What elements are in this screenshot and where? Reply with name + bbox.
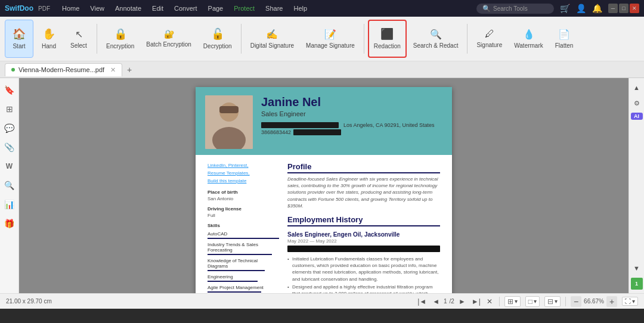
menu-view[interactable]: View [90, 5, 104, 12]
fullscreen-dropdown[interactable]: ⛶ ▾ [622, 297, 638, 306]
skill-bar-1 [208, 238, 279, 239]
zoom-out-button[interactable]: − [571, 296, 581, 307]
search-icon: 🔍 [482, 5, 491, 13]
tool-start-label: Start [13, 43, 25, 50]
sidebar-pages-icon[interactable]: ⊞ [2, 102, 17, 116]
minimize-button[interactable]: ─ [608, 4, 618, 13]
tool-flatten[interactable]: 📄 Flatten [550, 20, 579, 58]
select-icon: ↖ [75, 29, 83, 40]
menu-page[interactable]: Page [208, 5, 224, 12]
user-icon[interactable]: 👤 [576, 4, 586, 13]
sidebar-chart-icon[interactable]: 📊 [2, 197, 17, 212]
sidebar-bookmark-icon[interactable]: 🔖 [2, 83, 17, 97]
skill-2: Industry Trends & Sales Forecasting [208, 242, 279, 253]
skill-5: Agile Project Management [208, 285, 279, 290]
watermark-icon: 💧 [523, 29, 535, 40]
fit-icon: ⊞ [507, 297, 513, 306]
next-page-button[interactable]: ► [457, 297, 467, 306]
link-resume[interactable]: Resume Templates, [208, 170, 279, 178]
skill-1: AutoCAD [208, 231, 279, 237]
current-page: 1 [444, 298, 447, 305]
maximize-button[interactable]: □ [619, 4, 628, 13]
sidebar-search-icon[interactable]: 🔍 [2, 178, 17, 192]
tab-close-icon[interactable]: ✕ [110, 66, 116, 74]
fit-arrow: ▾ [515, 298, 518, 305]
sidebar-word-icon[interactable]: W [2, 159, 17, 173]
status-separator-1 [499, 297, 500, 306]
first-page-button[interactable]: |◄ [416, 297, 428, 306]
tool-batch-encryption-label: Batch Encryption [146, 41, 191, 48]
pdf-phone-row: 3868683442 [261, 129, 435, 135]
tool-search-redact[interactable]: 🔍 Search & Redact [408, 20, 464, 58]
menu-help[interactable]: Help [293, 5, 307, 12]
tool-manage-signature[interactable]: 📝 Manage Signature [301, 20, 360, 58]
separator-3 [364, 24, 364, 54]
pdf-location: Los Angeles, CA 90291, United States [343, 122, 435, 128]
panel-settings-icon[interactable]: ⚙ [631, 97, 643, 109]
ai-badge[interactable]: AI [631, 113, 643, 120]
pdf-photo [205, 95, 253, 149]
redact-address [261, 122, 339, 128]
search-bar[interactable]: 🔍 Search Tools [476, 4, 554, 14]
tool-search-redact-label: Search & Redact [413, 42, 459, 49]
menu-share[interactable]: Share [265, 5, 283, 12]
bell-icon[interactable]: 🔔 [592, 4, 602, 13]
link-linkedin[interactable]: LinkedIn, Pinterest, [208, 162, 279, 170]
tool-signature[interactable]: 🖊 Signature [471, 20, 507, 58]
fullscreen-arrow: ▾ [632, 298, 635, 305]
pdf-body: LinkedIn, Pinterest, Resume Templates, B… [208, 162, 440, 293]
sidebar-attach-icon[interactable]: 📎 [2, 140, 17, 154]
svg-rect-3 [219, 106, 239, 113]
menu-protect[interactable]: Protect [234, 5, 255, 12]
view-dropdown[interactable]: □ ▾ [525, 296, 540, 307]
pdf-person-title: Sales Engineer [261, 110, 435, 117]
tool-decryption[interactable]: 🔓 Decryption [198, 20, 237, 58]
redact-phone [293, 129, 341, 135]
last-page-button[interactable]: ►| [470, 297, 482, 306]
tool-digital-signature[interactable]: ✍ Digital Signature [245, 20, 299, 58]
skill-4: Engineering [208, 274, 279, 279]
tool-hand[interactable]: ✋ Hand [35, 20, 63, 58]
fit-dropdown[interactable]: ⊞ ▾ [504, 296, 521, 307]
menu-edit[interactable]: Edit [152, 5, 163, 12]
menu-home[interactable]: Home [62, 5, 79, 12]
titlebar-menu: Home View Annotate Edit Convert Page Pro… [62, 5, 307, 12]
birth-label: Place of birth [208, 190, 279, 195]
separator-2 [241, 24, 242, 54]
pdf-left-col: LinkedIn, Pinterest, Resume Templates, B… [208, 162, 279, 293]
close-button[interactable]: ✕ [630, 4, 639, 13]
menu-convert[interactable]: Convert [174, 5, 197, 12]
layout-dropdown[interactable]: ⊟ ▾ [544, 296, 561, 307]
tool-batch-encryption[interactable]: 🔐 Batch Encryption [141, 20, 197, 58]
tool-redaction[interactable]: ⬛ Redaction [368, 20, 407, 58]
tab-add-button[interactable]: + [122, 63, 137, 77]
redact-job-bar [287, 246, 440, 252]
menu-annotate[interactable]: Annotate [115, 5, 141, 12]
zoom-in-button[interactable]: + [606, 296, 617, 307]
license-value: Full [208, 213, 279, 218]
tab-pdf[interactable]: Vienna-Modern-Resume...pdf ✕ [5, 63, 122, 76]
skills-label: Skills [208, 223, 279, 228]
tool-start[interactable]: 🏠 Start [5, 20, 33, 58]
sidebar-gift-icon[interactable]: 🎁 [2, 216, 17, 231]
panel-scroll-up[interactable]: ▲ [631, 82, 643, 94]
job-dates-1: May 2022 — May 2022 [287, 238, 440, 244]
prev-page-button[interactable]: ◄ [431, 297, 441, 306]
tabbar: Vienna-Modern-Resume...pdf ✕ + [0, 61, 644, 78]
tool-manage-signature-label: Manage Signature [306, 42, 355, 49]
link-build[interactable]: Build this template [208, 178, 279, 185]
layout-arrow: ▾ [555, 298, 558, 305]
pdf-links: LinkedIn, Pinterest, Resume Templates, B… [208, 162, 279, 185]
cart-icon[interactable]: 🛒 [560, 4, 570, 13]
app-logo-suffix: PDF [38, 5, 50, 12]
panel-scroll-down[interactable]: ▼ [631, 262, 643, 274]
tool-encryption[interactable]: 🔒 Encryption [101, 20, 140, 58]
close-page-btn[interactable]: ✕ [485, 297, 494, 306]
titlebar: SwifDoo PDF Home View Annotate Edit Conv… [0, 0, 644, 17]
pdf-phone: 3868683442 [261, 129, 291, 135]
separator-1 [97, 24, 97, 54]
sidebar-comments-icon[interactable]: 💬 [2, 121, 17, 135]
tool-select[interactable]: ↖ Select [64, 20, 93, 58]
separator-4 [467, 24, 467, 54]
tool-watermark[interactable]: 💧 Watermark [509, 20, 549, 58]
